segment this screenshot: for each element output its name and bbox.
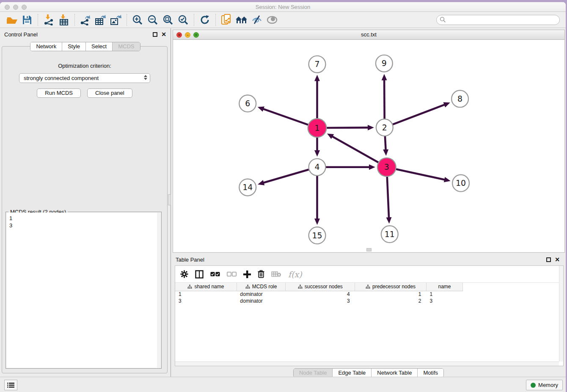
cell-mcds-role[interactable]: dominator	[237, 291, 286, 298]
network-canvas[interactable]: 7968124314101511	[173, 40, 564, 252]
table-toolbar: f(x)	[175, 266, 563, 283]
column-header-name[interactable]: name	[427, 283, 463, 291]
window-controls[interactable]	[5, 5, 27, 10]
node-table: shared name MCDS role successor nodes	[175, 283, 463, 304]
graph-node-label: 7	[315, 59, 320, 69]
network-window-controls[interactable]: ✕ − +	[176, 32, 199, 38]
delete-table-button[interactable]	[271, 269, 281, 280]
minimize-network-button[interactable]: −	[185, 32, 190, 38]
tab-motifs[interactable]: Motifs	[418, 369, 443, 377]
toolbar-separator	[215, 14, 216, 26]
main-toolbar	[0, 12, 566, 28]
graph-edge-1-6[interactable]	[263, 109, 309, 125]
cell-successor-nodes[interactable]: 3	[286, 298, 355, 304]
float-table-panel-icon[interactable]	[546, 257, 551, 262]
export-image-button[interactable]	[108, 14, 124, 26]
show-columns-button[interactable]	[195, 269, 204, 280]
cell-shared-name[interactable]: 3	[175, 298, 237, 304]
export-network-button[interactable]	[78, 14, 93, 26]
search-box[interactable]	[436, 15, 560, 25]
close-panel-icon[interactable]: ✕	[161, 32, 166, 37]
export-table-button[interactable]	[93, 14, 108, 26]
float-panel-icon[interactable]	[153, 32, 157, 37]
mcds-result-text[interactable]: 1 3	[6, 213, 161, 368]
graph-node-label: 2	[382, 123, 387, 132]
tab-network[interactable]: Network	[30, 42, 62, 51]
hide-selected-button[interactable]	[249, 14, 264, 26]
show-all-button[interactable]	[264, 14, 280, 26]
column-header-shared-name[interactable]: shared name	[175, 283, 237, 291]
graph-edge-3-11[interactable]	[387, 176, 389, 218]
tab-network-table[interactable]: Network Table	[372, 369, 418, 377]
cell-shared-name[interactable]: 1	[175, 291, 237, 298]
function-builder-button[interactable]: f(x)	[288, 269, 302, 280]
cell-predecessor-nodes[interactable]: 1	[355, 291, 427, 298]
close-panel-button[interactable]: Close panel	[87, 88, 132, 98]
plus-icon	[243, 271, 251, 278]
cell-mcds-role[interactable]: dominator	[237, 298, 286, 304]
memory-button[interactable]: Memory	[526, 380, 563, 390]
select-all-button[interactable]	[210, 269, 220, 280]
network-window-titlebar[interactable]: ✕ − + scc.txt	[173, 30, 564, 40]
table-vertical-scrollbar[interactable]	[559, 266, 563, 362]
first-neighbors-button[interactable]	[234, 14, 249, 26]
tab-style[interactable]: Style	[62, 42, 86, 51]
deselect-all-button[interactable]	[227, 269, 237, 280]
graph-edge-2-9[interactable]	[384, 80, 385, 120]
graph-edge-3-1[interactable]	[332, 136, 379, 163]
cell-name[interactable]: 3	[427, 298, 463, 304]
column-header-successor-nodes[interactable]: successor nodes	[286, 283, 355, 291]
zoom-fit-icon	[162, 14, 173, 25]
network-graph[interactable]: 7968124314101511	[173, 40, 564, 252]
save-session-button[interactable]	[19, 14, 35, 26]
column-header-mcds-role[interactable]: MCDS role	[237, 283, 286, 291]
add-row-button[interactable]	[243, 269, 251, 280]
eye-slash-icon	[251, 15, 262, 25]
show-task-history-button[interactable]	[4, 380, 17, 390]
cell-successor-nodes[interactable]: 4	[286, 291, 355, 298]
table-row[interactable]: 3 dominator 3 2 3	[175, 298, 463, 304]
cell-name[interactable]: 1	[427, 291, 463, 298]
tab-mcds[interactable]: MCDS	[113, 42, 140, 51]
close-network-button[interactable]: ✕	[176, 32, 182, 38]
tab-node-table[interactable]: Node Table	[294, 369, 333, 377]
maximize-window-button[interactable]	[22, 5, 27, 10]
network-splitter-grip[interactable]	[366, 248, 372, 251]
graph-edge-4-14[interactable]	[263, 169, 310, 183]
cell-predecessor-nodes[interactable]: 2	[355, 298, 427, 304]
open-session-button[interactable]	[4, 14, 19, 26]
tab-select[interactable]: Select	[86, 42, 113, 51]
minimize-window-button[interactable]	[13, 5, 18, 10]
table-row[interactable]: 1 dominator 4 1 1	[175, 291, 463, 298]
panel-splitter-grip[interactable]	[168, 194, 171, 205]
apply-layout-button[interactable]	[197, 14, 212, 26]
new-network-from-selection-icon	[221, 14, 231, 26]
new-network-from-selection-button[interactable]	[219, 14, 234, 26]
zoom-selected-button[interactable]	[176, 14, 191, 26]
table-settings-button[interactable]	[180, 269, 188, 280]
zoom-fit-button[interactable]	[160, 14, 176, 26]
graph-edge-2-3[interactable]	[385, 135, 386, 150]
optimization-criterion-select[interactable]: strongly connected component	[19, 73, 150, 83]
import-table-button[interactable]	[56, 14, 72, 26]
table-horizontal-scrollbar[interactable]	[175, 362, 559, 366]
close-window-button[interactable]	[5, 5, 10, 10]
close-table-panel-icon[interactable]: ✕	[555, 257, 560, 262]
search-input[interactable]	[446, 16, 559, 24]
graph-edge-2-8[interactable]	[392, 105, 445, 125]
maximize-network-button[interactable]: +	[193, 32, 199, 38]
result-scrollbar[interactable]	[157, 213, 161, 368]
run-mcds-button[interactable]: Run MCDS	[37, 88, 81, 98]
application-window: Session: New Session	[0, 2, 566, 392]
zoom-out-button[interactable]	[145, 14, 160, 26]
graph-edge-1-2[interactable]	[325, 127, 369, 128]
delete-table-icon	[271, 271, 281, 277]
tab-edge-table[interactable]: Edge Table	[333, 369, 372, 377]
zoom-in-button[interactable]	[130, 14, 145, 26]
import-network-button[interactable]	[41, 14, 56, 26]
column-header-predecessor-nodes[interactable]: predecessor nodes	[355, 283, 427, 291]
graph-edge-3-10[interactable]	[395, 169, 445, 180]
checked-boxes-icon	[210, 272, 220, 277]
delete-row-button[interactable]	[258, 269, 264, 280]
graph-node-label: 8	[457, 94, 462, 103]
